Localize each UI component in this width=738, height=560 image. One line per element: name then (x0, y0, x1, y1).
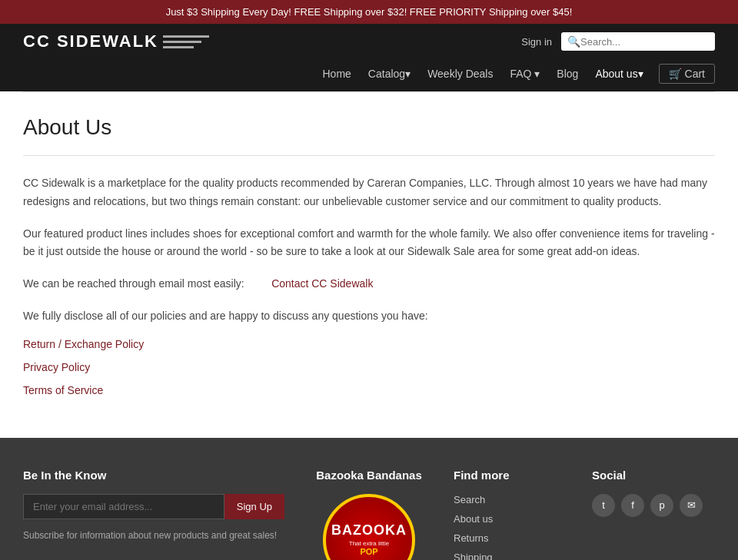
nav-catalog[interactable]: Catalog▾ (367, 65, 412, 83)
bazooka-pop-text: POP (360, 547, 377, 556)
footer: Be In the Know Sign Up Subscribe for inf… (0, 438, 738, 560)
nav-home[interactable]: Home (321, 65, 353, 83)
subscribe-text: Subscribe for information about new prod… (23, 530, 284, 541)
footer-findmore-col: Find more Search About us Returns Shippi… (454, 469, 561, 560)
findmore-heading: Find more (454, 469, 561, 482)
footer-about-link[interactable]: About us (454, 513, 561, 525)
top-banner: Just $3 Shipping Every Day! FREE Shippin… (0, 0, 738, 24)
privacy-policy-link[interactable]: Privacy Policy (23, 361, 715, 373)
header-right-top: Sign in 🔍 (521, 32, 715, 51)
terms-of-service-link[interactable]: Terms of Service (23, 384, 715, 396)
logo-lines (163, 34, 209, 50)
social-icons-row: t f p ✉ (592, 494, 703, 517)
social-heading: Social (592, 469, 703, 482)
nav-blog[interactable]: Blog (555, 65, 580, 83)
nav-bar: Home Catalog▾ Weekly Deals FAQ ▾ Blog Ab… (0, 64, 738, 91)
nav-faq[interactable]: FAQ ▾ (508, 65, 541, 83)
main-content: About Us CC Sidewalk is a marketplace fo… (0, 92, 738, 438)
bazooka-heading: Bazooka Bandanas (316, 469, 422, 482)
policies-intro: We fully disclose all of our policies an… (23, 307, 715, 326)
logo-area[interactable]: CC SIDEWALK (23, 31, 209, 51)
cart-button[interactable]: 🛒 Cart (659, 64, 715, 84)
facebook-icon[interactable]: f (621, 494, 644, 517)
logo-text: CC SIDEWALK (23, 31, 158, 51)
footer-social-col: Social t f p ✉ (592, 469, 703, 560)
email-input[interactable] (23, 494, 224, 519)
bazooka-logo-text: BAZOOKA (331, 523, 407, 538)
footer-newsletter-col: Be In the Know Sign Up Subscribe for inf… (23, 469, 284, 560)
return-exchange-policy-link[interactable]: Return / Exchange Policy (23, 338, 715, 350)
footer-returns-link[interactable]: Returns (454, 532, 561, 544)
page-title: About Us (23, 115, 715, 140)
logo-line-3 (163, 46, 194, 48)
email-signup-row: Sign Up (23, 494, 284, 519)
contact-link[interactable]: Contact CC Sidewalk (271, 275, 373, 293)
newsletter-heading: Be In the Know (23, 469, 284, 482)
footer-top: Be In the Know Sign Up Subscribe for inf… (23, 469, 715, 560)
pinterest-icon[interactable]: p (650, 494, 673, 517)
paragraph-2: Our featured product lines includes shoe… (23, 225, 715, 262)
bazooka-logo: BAZOOKA That extra little POP (323, 494, 415, 560)
nav-about-us[interactable]: About us▾ (593, 65, 644, 83)
bazooka-sub-text: That extra little (349, 540, 389, 547)
header-top-row: CC SIDEWALK Sign in 🔍 (23, 31, 715, 51)
footer-shipping-link[interactable]: Shipping (454, 552, 561, 560)
footer-bazooka-col: Bazooka Bandanas BAZOOKA That extra litt… (315, 469, 423, 560)
nav-weekly-deals[interactable]: Weekly Deals (426, 65, 494, 83)
signup-button[interactable]: Sign Up (224, 494, 284, 519)
banner-text: Just $3 Shipping Every Day! FREE Shippin… (166, 6, 573, 18)
search-icon: 🔍 (567, 35, 580, 48)
search-input[interactable] (580, 36, 709, 48)
contact-intro-text: We can be reached through email most eas… (23, 275, 244, 293)
paragraph-1: CC Sidewalk is a marketplace for the qua… (23, 174, 715, 211)
search-box: 🔍 (561, 32, 715, 51)
logo-line-1 (163, 35, 209, 38)
sign-in-link[interactable]: Sign in (521, 36, 552, 48)
twitter-icon[interactable]: t (592, 494, 615, 517)
email-icon[interactable]: ✉ (680, 494, 703, 517)
footer-search-link[interactable]: Search (454, 494, 561, 505)
contact-line: We can be reached through email most eas… (23, 275, 715, 293)
logo-line-2 (163, 41, 201, 43)
content-divider (23, 155, 715, 156)
header: CC SIDEWALK Sign in 🔍 (0, 24, 738, 64)
